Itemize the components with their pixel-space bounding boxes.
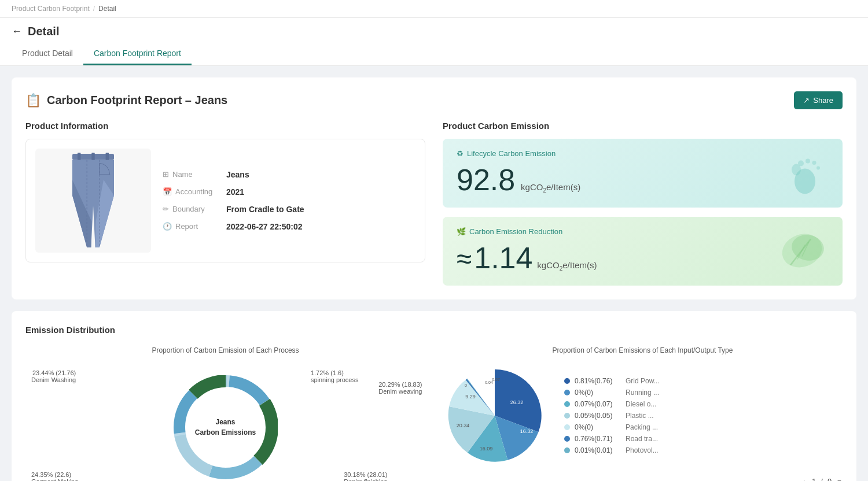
pagination-total: 9 bbox=[827, 477, 832, 481]
legend-dot-1 bbox=[564, 390, 570, 395]
report-icon: 📋 bbox=[25, 93, 41, 108]
legend-item-1: 0%(0) Running ... bbox=[564, 388, 660, 397]
field-name: ⊞ Name Jeans bbox=[163, 170, 415, 179]
svg-text:20.34: 20.34 bbox=[457, 423, 470, 428]
field-name-value: Jeans bbox=[226, 170, 249, 179]
pagination-next[interactable]: ▼ bbox=[836, 478, 843, 482]
edit-icon: ✏ bbox=[163, 205, 169, 213]
pie-svg: 26.32 16.32 16.09 20.34 9.29 0.07 0.04 0 bbox=[443, 364, 547, 468]
legend-item-2: 0.07%(0.07) Diesel o... bbox=[564, 400, 660, 408]
breadcrumb: Product Carbon Footprint / Detail bbox=[0, 0, 868, 18]
pie-chart-area: 26.32 16.32 16.09 20.34 9.29 0.07 0.04 0 bbox=[443, 364, 843, 468]
lifecycle-value-row: 92.8 kgCO2e/Item(s) bbox=[457, 162, 829, 197]
field-boundary: ✏ Boundary From Cradle to Gate bbox=[163, 205, 415, 214]
legend-value-3: 0.05%(0.05) bbox=[575, 412, 621, 420]
pagination-slash: / bbox=[821, 477, 823, 481]
legend-item-0: 0.81%(0.76) Grid Pow... bbox=[564, 377, 660, 385]
carbon-emission-title: Product Carbon Emission bbox=[443, 121, 843, 131]
input-output-chart-subtitle: Proportion of Carbon Emissions of Each I… bbox=[443, 346, 843, 354]
tab-carbon-report[interactable]: Carbon Footprint Report bbox=[83, 43, 192, 65]
breadcrumb-separator: / bbox=[93, 5, 95, 13]
emission-distribution-title: Emission Distribution bbox=[25, 325, 843, 335]
tab-bar: Product Detail Carbon Footprint Report bbox=[12, 43, 856, 65]
label-finishing: 30.18% (28.01) Denim finishing bbox=[344, 471, 387, 481]
legend-dot-3 bbox=[564, 413, 570, 419]
field-report: 🕐 Report 2022-06-27 22:50:02 bbox=[163, 222, 415, 231]
legend-item-4: 0%(0) Packing ... bbox=[564, 423, 660, 431]
reduction-value: 1.14 bbox=[474, 241, 532, 275]
approx-symbol: ≈ bbox=[457, 243, 472, 274]
legend-name-3: Plastic ... bbox=[626, 412, 654, 420]
legend-value-0: 0.81%(0.76) bbox=[575, 377, 621, 385]
legend-item-3: 0.05%(0.05) Plastic ... bbox=[564, 412, 660, 420]
input-output-chart-container: Proportion of Carbon Emissions of Each I… bbox=[443, 346, 843, 481]
lifecycle-label: ♻ Lifecycle Carbon Emission bbox=[457, 149, 829, 158]
carbon-cards: ♻ Lifecycle Carbon Emission 92.8 kgCO2e/… bbox=[443, 139, 843, 286]
pagination-prev[interactable]: ▲ bbox=[801, 478, 807, 482]
page-header: ← Detail Product Detail Carbon Footprint… bbox=[0, 18, 868, 66]
label-spinning: 1.72% (1.6) spinning process bbox=[311, 369, 359, 383]
legend-dot-0 bbox=[564, 378, 570, 384]
donut-svg bbox=[174, 375, 278, 479]
grid-icon: ⊞ bbox=[163, 170, 169, 179]
svg-rect-3 bbox=[91, 153, 94, 161]
legend-dot-6 bbox=[564, 447, 570, 453]
info-emission-row: Product Information bbox=[25, 121, 843, 286]
lifecycle-icon: ♻ bbox=[457, 149, 464, 158]
field-report-label: 🕐 Report bbox=[163, 222, 220, 231]
back-button[interactable]: ← bbox=[12, 25, 22, 38]
product-image bbox=[35, 149, 151, 253]
pie-legend: 0.81%(0.76) Grid Pow... 0%(0) Running ..… bbox=[564, 377, 660, 454]
charts-row: Proportion of Carbon Emission of Each Pr… bbox=[25, 346, 843, 481]
legend-value-6: 0.01%(0.01) bbox=[575, 446, 621, 454]
svg-rect-1 bbox=[78, 153, 80, 161]
product-fields: ⊞ Name Jeans 📅 Accounting 2021 bbox=[163, 149, 415, 253]
field-boundary-value: From Cradle to Gate bbox=[226, 205, 304, 214]
legend-name-6: Photovol... bbox=[626, 446, 659, 454]
svg-point-11 bbox=[812, 161, 816, 165]
svg-text:9.29: 9.29 bbox=[465, 394, 476, 399]
tab-product-detail[interactable]: Product Detail bbox=[12, 43, 83, 65]
legend-item-6: 0.01%(0.01) Photovol... bbox=[564, 446, 660, 454]
share-button[interactable]: ↗ Share bbox=[794, 91, 843, 109]
svg-point-12 bbox=[816, 166, 820, 169]
field-accounting-label: 📅 Accounting bbox=[163, 187, 220, 196]
report-card: 📋 Carbon Footprint Report – Jeans ↗ Shar… bbox=[12, 77, 856, 299]
legend-value-2: 0.07%(0.07) bbox=[575, 400, 621, 408]
legend-dot-2 bbox=[564, 401, 570, 407]
field-report-value: 2022-06-27 22:50:02 bbox=[226, 222, 303, 231]
legend-name-1: Running ... bbox=[626, 388, 659, 397]
report-title-area: 📋 Carbon Footprint Report – Jeans bbox=[25, 93, 227, 108]
legend-name-0: Grid Pow... bbox=[626, 377, 660, 385]
product-info-box: ⊞ Name Jeans 📅 Accounting 2021 bbox=[25, 139, 425, 262]
svg-text:26.32: 26.32 bbox=[510, 399, 524, 405]
donut-chart-area: 1.72% (1.6) spinning process 20.29% (18.… bbox=[25, 364, 425, 481]
breadcrumb-parent[interactable]: Product Carbon Footprint bbox=[12, 5, 90, 13]
reduction-card: 🌿 Carbon Emission Reduction ≈ 1.14 kgCO2… bbox=[443, 217, 843, 286]
label-washing: 23.44% (21.76) Denim Washing bbox=[31, 369, 76, 383]
svg-rect-2 bbox=[106, 153, 109, 161]
report-header: 📋 Carbon Footprint Report – Jeans ↗ Shar… bbox=[25, 91, 843, 109]
lifecycle-unit: kgCO2e/Item(s) bbox=[521, 182, 580, 192]
legend-item-5: 0.76%(0.71) Road tra... bbox=[564, 435, 660, 443]
clock-icon: 🕐 bbox=[163, 222, 172, 231]
svg-text:16.32: 16.32 bbox=[520, 428, 534, 434]
svg-text:16.09: 16.09 bbox=[480, 446, 493, 452]
page-title: Detail bbox=[28, 25, 59, 38]
svg-text:0.04: 0.04 bbox=[485, 380, 493, 384]
pagination: ▲ 1 / 9 ▼ bbox=[443, 477, 843, 481]
field-accounting: 📅 Accounting 2021 bbox=[163, 187, 415, 197]
product-info-section: Product Information bbox=[25, 121, 425, 286]
process-chart-subtitle: Proportion of Carbon Emission of Each Pr… bbox=[25, 346, 425, 354]
main-content: 📋 Carbon Footprint Report – Jeans ↗ Shar… bbox=[0, 66, 868, 481]
svg-text:0.07: 0.07 bbox=[492, 378, 500, 382]
svg-point-10 bbox=[806, 158, 810, 163]
share-label: Share bbox=[813, 96, 833, 105]
legend-dot-5 bbox=[564, 436, 570, 442]
legend-value-1: 0%(0) bbox=[575, 388, 621, 397]
share-icon: ↗ bbox=[803, 96, 810, 105]
footprint-bg-icon bbox=[779, 149, 831, 197]
field-name-label: ⊞ Name bbox=[163, 170, 220, 179]
product-info-title: Product Information bbox=[25, 121, 425, 131]
breadcrumb-current: Detail bbox=[98, 5, 116, 13]
